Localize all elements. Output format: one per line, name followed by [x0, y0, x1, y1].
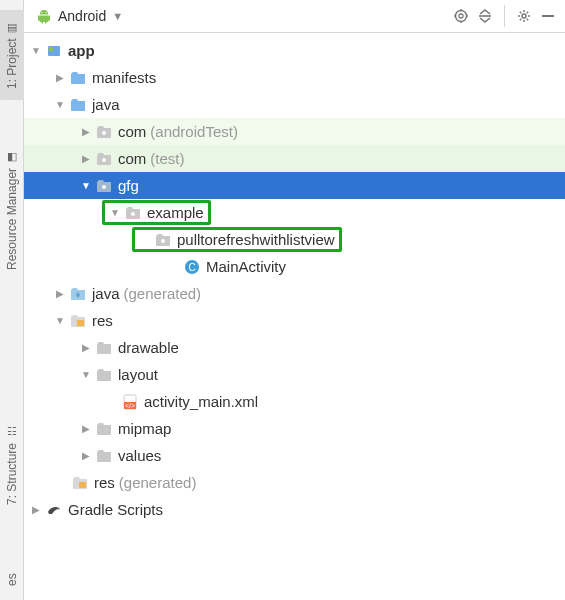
- svg-point-25: [57, 508, 59, 510]
- svg-point-9: [522, 14, 526, 18]
- tab-favorites-label: es: [5, 574, 19, 587]
- node-res[interactable]: res: [24, 307, 565, 334]
- structure-icon: ☷: [7, 425, 17, 438]
- node-label: pulltorefreshwithlistview: [177, 231, 335, 248]
- svg-point-3: [459, 14, 463, 18]
- node-example[interactable]: example: [24, 199, 565, 226]
- expand-arrow-icon[interactable]: [109, 207, 121, 218]
- node-gradle-scripts[interactable]: Gradle Scripts: [24, 496, 565, 523]
- expand-arrow-icon[interactable]: [80, 450, 92, 461]
- node-label: mipmap: [118, 420, 171, 437]
- node-suffix: (androidTest): [150, 123, 238, 140]
- node-label: drawable: [118, 339, 179, 356]
- highlight-box: example: [102, 200, 211, 225]
- tab-structure[interactable]: 7: Structure ☷: [0, 410, 24, 520]
- expand-arrow-icon[interactable]: [80, 126, 92, 137]
- node-main-activity[interactable]: C MainActivity: [24, 253, 565, 280]
- svg-point-1: [45, 12, 46, 13]
- node-res-generated[interactable]: res (generated): [24, 469, 565, 496]
- android-icon: [36, 8, 52, 24]
- separator: [504, 5, 505, 27]
- hide-button[interactable]: [537, 5, 559, 27]
- node-label: example: [147, 204, 204, 221]
- node-suffix: (test): [150, 150, 184, 167]
- node-label: gfg: [118, 177, 139, 194]
- package-icon: [96, 178, 112, 194]
- tab-resource-manager[interactable]: Resource Manager ◧: [0, 140, 24, 280]
- node-com-test[interactable]: com (test): [24, 145, 565, 172]
- svg-point-16: [131, 212, 135, 216]
- svg-point-13: [102, 131, 106, 135]
- svg-point-2: [456, 11, 467, 22]
- project-tree[interactable]: app manifests java com (androidTest) com: [24, 33, 565, 600]
- node-label: com: [118, 150, 146, 167]
- node-label: manifests: [92, 69, 156, 86]
- folder-icon: [70, 97, 86, 113]
- tab-project[interactable]: 1: Project ▤: [0, 10, 24, 100]
- node-label: com: [118, 123, 146, 140]
- svg-text:</>: </>: [125, 402, 135, 409]
- module-icon: [46, 43, 62, 59]
- tool-window-stripe: 1: Project ▤ Resource Manager ◧ 7: Struc…: [0, 0, 24, 600]
- svg-point-17: [161, 239, 165, 243]
- node-label: activity_main.xml: [144, 393, 258, 410]
- node-label: res: [94, 474, 115, 491]
- folder-grey-icon: [96, 448, 112, 464]
- node-suffix: (generated): [124, 285, 202, 302]
- node-java[interactable]: java: [24, 91, 565, 118]
- resource-manager-icon: ◧: [7, 150, 17, 163]
- expand-arrow-icon[interactable]: [80, 423, 92, 434]
- node-manifests[interactable]: manifests: [24, 64, 565, 91]
- expand-arrow-icon[interactable]: [80, 369, 92, 380]
- node-label: values: [118, 447, 161, 464]
- expand-arrow-icon[interactable]: [54, 72, 66, 83]
- collapse-all-button[interactable]: [474, 5, 496, 27]
- node-values[interactable]: values: [24, 442, 565, 469]
- package-icon: [155, 232, 171, 248]
- select-opened-file-button[interactable]: [450, 5, 472, 27]
- package-icon: [125, 205, 141, 221]
- class-icon: C: [184, 259, 200, 275]
- android-view-selector[interactable]: Android ▼: [30, 6, 129, 26]
- generated-folder-icon: [70, 286, 86, 302]
- node-com-androidtest[interactable]: com (androidTest): [24, 118, 565, 145]
- node-activity-main-xml[interactable]: </> activity_main.xml: [24, 388, 565, 415]
- project-tool-window: Android ▼ app manifests: [24, 0, 565, 600]
- node-label: res: [92, 312, 113, 329]
- svg-rect-20: [77, 320, 84, 326]
- gradle-icon: [46, 502, 62, 518]
- node-label: app: [68, 42, 95, 59]
- svg-point-0: [41, 12, 42, 13]
- tab-resource-manager-label: Resource Manager: [5, 167, 19, 269]
- chevron-down-icon: ▼: [112, 10, 123, 22]
- project-panel-header: Android ▼: [24, 0, 565, 33]
- node-mipmap[interactable]: mipmap: [24, 415, 565, 442]
- svg-rect-24: [79, 482, 86, 488]
- package-icon: [96, 124, 112, 140]
- node-label: MainActivity: [206, 258, 286, 275]
- view-selector-label: Android: [58, 8, 106, 24]
- node-drawable[interactable]: drawable: [24, 334, 565, 361]
- expand-arrow-icon[interactable]: [54, 99, 66, 110]
- tab-structure-label: 7: Structure: [5, 442, 19, 504]
- node-gfg[interactable]: gfg: [24, 172, 565, 199]
- tab-favorites[interactable]: es: [0, 560, 24, 600]
- expand-arrow-icon[interactable]: [30, 504, 42, 515]
- node-pulltorefresh[interactable]: pulltorefreshwithlistview: [24, 226, 565, 253]
- svg-point-12: [49, 46, 54, 51]
- expand-arrow-icon[interactable]: [80, 153, 92, 164]
- node-layout[interactable]: layout: [24, 361, 565, 388]
- expand-arrow-icon[interactable]: [80, 180, 92, 191]
- folder-grey-icon: [96, 367, 112, 383]
- settings-button[interactable]: [513, 5, 535, 27]
- expand-arrow-icon[interactable]: [54, 288, 66, 299]
- highlight-box: pulltorefreshwithlistview: [132, 227, 342, 252]
- res-folder-icon: [72, 475, 88, 491]
- node-app[interactable]: app: [24, 37, 565, 64]
- folder-icon: [70, 70, 86, 86]
- node-java-generated[interactable]: java (generated): [24, 280, 565, 307]
- svg-text:C: C: [188, 262, 195, 273]
- expand-arrow-icon[interactable]: [54, 315, 66, 326]
- expand-arrow-icon[interactable]: [30, 45, 42, 56]
- expand-arrow-icon[interactable]: [80, 342, 92, 353]
